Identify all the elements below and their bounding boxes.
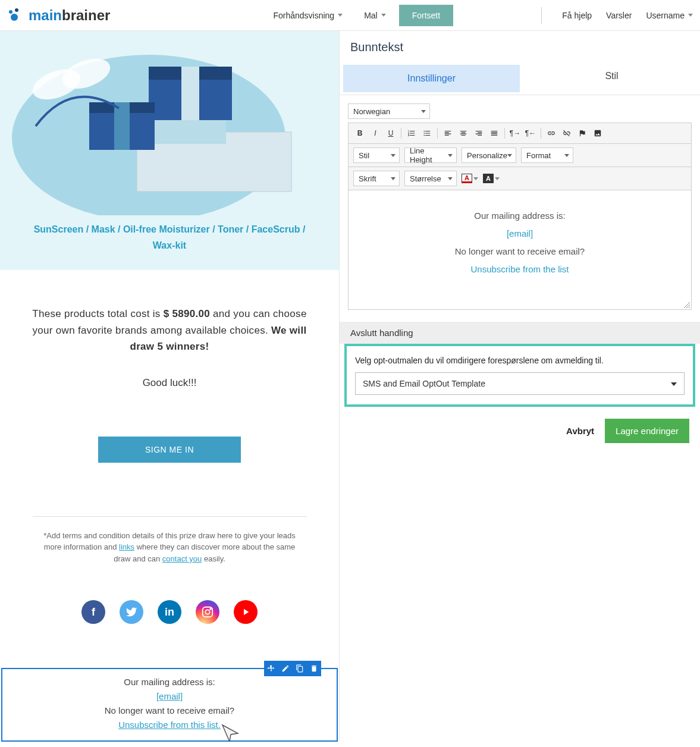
personalize-select[interactable]: Personalize xyxy=(462,147,516,163)
main-area: SunScreen / Mask / Oil-free Moisturizer … xyxy=(0,31,700,742)
font-select[interactable]: Skrift xyxy=(353,171,400,186)
lineheight-select[interactable]: Line Height xyxy=(404,147,457,163)
editor-toolbar-row3: Skrift Størrelse A A xyxy=(349,167,691,190)
editor-email-link[interactable]: [email] xyxy=(507,228,533,238)
top-bar: mainbrainer Forhåndsvisning Mal Fortsett… xyxy=(0,0,700,31)
language-row: Norwegian xyxy=(340,95,700,119)
svg-rect-8 xyxy=(181,67,199,120)
logo[interactable]: mainbrainer xyxy=(7,7,110,24)
hero-image xyxy=(0,31,339,215)
email-preview: SunScreen / Mask / Oil-free Moisturizer … xyxy=(0,31,339,742)
editor-address-label: Our mailing address is: xyxy=(360,207,679,225)
editor-content[interactable]: Our mailing address is: [email] No longe… xyxy=(349,190,691,309)
footer-address-label: Our mailing address is: xyxy=(2,675,337,689)
nav-help[interactable]: Få hjelp xyxy=(562,11,592,20)
facebook-icon[interactable]: f xyxy=(81,600,105,624)
tab-style[interactable]: Stil xyxy=(523,62,700,95)
footer-block-selected[interactable]: Our mailing address is: [email] No longe… xyxy=(1,668,338,742)
optout-highlight-box: Velg opt-outmalen du vil omdirigere fore… xyxy=(344,344,695,407)
sign-me-in-button[interactable]: SIGN ME IN xyxy=(98,437,241,463)
svg-point-1 xyxy=(15,8,18,12)
size-select[interactable]: Størrelse xyxy=(404,171,457,186)
editor-toolbar-row2: Stil Line Height Personalize Format xyxy=(349,144,691,167)
style-select[interactable]: Stil xyxy=(353,147,400,163)
editor-toolbar-row1: B I U ¶→ ¶← xyxy=(349,123,691,144)
body-text: These products total cost is $ 5890.00 a… xyxy=(0,270,339,354)
goodluck-text: Good luck!!! xyxy=(0,377,339,389)
sidebar: Bunntekst Innstillinger Stil Norwegian B… xyxy=(339,31,700,742)
svg-point-15 xyxy=(205,610,209,614)
svg-rect-11 xyxy=(114,102,130,150)
italic-icon[interactable]: I xyxy=(369,127,382,140)
cursor-icon xyxy=(220,723,241,742)
tab-settings[interactable]: Innstillinger xyxy=(343,65,520,92)
svg-point-2 xyxy=(11,14,18,21)
ltr-icon[interactable]: ¶→ xyxy=(508,127,522,140)
nav-center: Forhåndsvisning Mal Fortsett xyxy=(265,5,453,26)
hero-products-text: SunScreen / Mask / Oil-free Moisturizer … xyxy=(0,215,339,259)
align-left-icon[interactable] xyxy=(441,127,454,140)
optout-label: Velg opt-outmalen du vil omdirigere fore… xyxy=(355,356,685,365)
tabs: Innstillinger Stil xyxy=(340,62,700,95)
nav-alerts[interactable]: Varsler xyxy=(606,11,632,20)
logo-text-brain: brainer xyxy=(62,7,110,24)
bold-icon[interactable]: B xyxy=(353,127,366,140)
align-right-icon[interactable] xyxy=(472,127,485,140)
footer-email-link[interactable]: [email] xyxy=(156,691,183,701)
unlink-icon[interactable] xyxy=(560,127,573,140)
nav-preview[interactable]: Forhåndsvisning xyxy=(265,5,351,26)
action-row: Avbryt Lagre endringer xyxy=(340,407,700,455)
text-color-icon[interactable]: A xyxy=(462,172,478,185)
editor-nolonger-text: No longer want to receive email? xyxy=(360,243,679,260)
linkedin-icon[interactable]: in xyxy=(158,600,181,624)
align-center-icon[interactable] xyxy=(457,127,470,140)
underline-icon[interactable]: U xyxy=(384,127,397,140)
save-button[interactable]: Lagre endringer xyxy=(605,419,689,443)
instagram-icon[interactable] xyxy=(196,600,219,624)
svg-point-0 xyxy=(9,10,12,14)
unordered-list-icon[interactable] xyxy=(420,127,434,140)
block-toolbar xyxy=(264,661,321,676)
move-icon[interactable] xyxy=(264,661,278,676)
terms-links-link[interactable]: links xyxy=(119,542,134,551)
rich-text-editor: B I U ¶→ ¶← Stil xyxy=(348,123,692,310)
footer-unsubscribe-link[interactable]: Unsubscribe from this list. xyxy=(118,720,221,730)
social-row: f in xyxy=(0,564,339,654)
link-icon[interactable] xyxy=(545,127,558,140)
bg-color-icon[interactable]: A xyxy=(483,172,500,185)
nav-username[interactable]: Username xyxy=(646,11,693,20)
image-icon[interactable] xyxy=(591,127,604,140)
resize-handle-icon[interactable] xyxy=(684,302,690,308)
logo-icon xyxy=(7,8,25,23)
editor-unsubscribe-link[interactable]: Unsubscribe from the list xyxy=(470,264,569,274)
terms-contact-link[interactable]: contact you xyxy=(162,554,202,563)
section-end-action: Avslutt handling xyxy=(340,322,700,344)
caret-icon xyxy=(338,14,343,17)
caret-icon xyxy=(688,14,693,17)
footer-nolonger-text: No longer want to receive email? xyxy=(2,704,337,718)
youtube-icon[interactable] xyxy=(234,600,258,624)
hero-section: SunScreen / Mask / Oil-free Moisturizer … xyxy=(0,31,339,270)
format-select[interactable]: Format xyxy=(521,147,573,163)
caret-icon xyxy=(381,14,386,17)
nav-right: Få hjelp Varsler Username xyxy=(541,7,693,24)
logo-text-main: main xyxy=(29,7,62,24)
terms-text: *Add terms and condition details of this… xyxy=(0,517,339,565)
rtl-icon[interactable]: ¶← xyxy=(524,127,537,140)
cancel-button[interactable]: Avbryt xyxy=(566,426,594,436)
separator xyxy=(541,7,542,24)
sidebar-title: Bunntekst xyxy=(340,31,700,62)
edit-icon[interactable] xyxy=(278,661,293,676)
language-select[interactable]: Norwegian xyxy=(348,103,430,119)
ordered-list-icon[interactable] xyxy=(405,127,418,140)
duplicate-icon[interactable] xyxy=(293,661,307,676)
flag-icon[interactable] xyxy=(576,127,589,140)
svg-point-16 xyxy=(210,608,211,610)
continue-button[interactable]: Fortsett xyxy=(399,5,453,26)
optout-template-select[interactable]: SMS and Email OptOut Template xyxy=(355,372,685,395)
nav-template[interactable]: Mal xyxy=(356,5,394,26)
delete-icon[interactable] xyxy=(307,661,321,676)
align-justify-icon[interactable] xyxy=(488,127,501,140)
twitter-icon[interactable] xyxy=(120,600,143,624)
